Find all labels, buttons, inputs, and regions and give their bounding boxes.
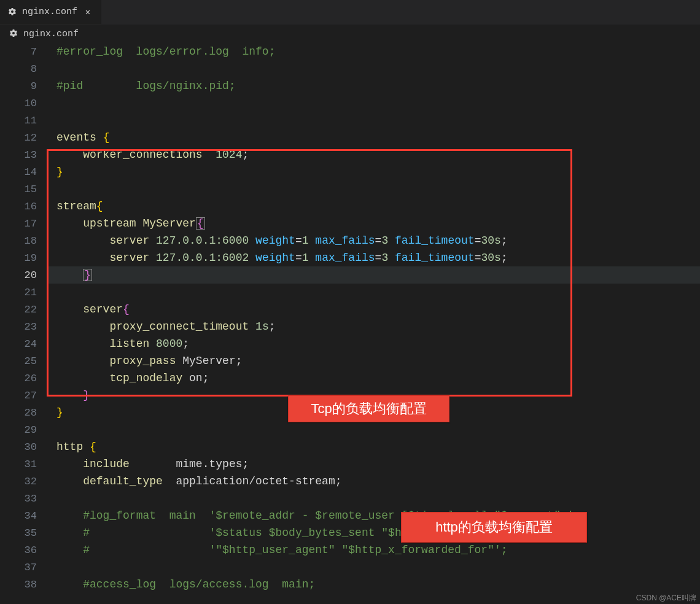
line-number: 9 [0, 77, 37, 95]
code-line [48, 490, 700, 507]
code-line: tcp_nodelay on; [48, 370, 700, 387]
line-number: 29 [0, 421, 37, 438]
code-line [48, 284, 700, 301]
code-line: server 127.0.0.1:6000 weight=1 max_fails… [48, 232, 700, 249]
code-line [48, 559, 700, 576]
code-line: include mime.types; [48, 455, 700, 473]
line-number: 17 [0, 215, 37, 232]
code-line: #error_log logs/error.log info; [48, 43, 700, 60]
line-number: 34 [0, 507, 37, 524]
editor[interactable]: 7891011121314151617181920212223242526272… [0, 43, 700, 604]
code-line [48, 421, 700, 438]
code-line: listen 8000; [48, 335, 700, 352]
line-number: 24 [0, 335, 37, 352]
callout-http: http的负载均衡配置 [401, 512, 587, 543]
tab-bar: nginx.conf ✕ [0, 0, 700, 25]
code-line: #pid logs/nginx.pid; [48, 77, 700, 95]
code-line [48, 60, 700, 77]
code-line: worker_connections 1024; [48, 146, 700, 163]
close-icon[interactable]: ✕ [82, 7, 93, 18]
line-number: 32 [0, 473, 37, 490]
callout-tcp: Tcp的负载均衡配置 [288, 395, 449, 422]
tab-title: nginx.conf [22, 7, 77, 17]
line-number: 20 [0, 266, 37, 284]
code-line [48, 95, 700, 112]
line-number: 22 [0, 301, 37, 318]
tab-nginx-conf[interactable]: nginx.conf ✕ [0, 0, 101, 24]
line-number: 36 [0, 541, 37, 559]
code-line: # '$status $body_bytes_sent "$http_refer… [48, 524, 700, 541]
code-line: #log_format main '$remote_addr - $remote… [48, 507, 700, 524]
code-line: server 127.0.0.1:6002 weight=1 max_fails… [48, 249, 700, 266]
line-number: 30 [0, 438, 37, 455]
line-number: 18 [0, 232, 37, 249]
line-number: 21 [0, 284, 37, 301]
line-number: 26 [0, 370, 37, 387]
code-line: upstream MyServer{ [48, 215, 700, 232]
line-number: 8 [0, 60, 37, 77]
line-number: 7 [0, 43, 37, 60]
line-number: 37 [0, 559, 37, 576]
line-number: 35 [0, 524, 37, 541]
code-line: default_type application/octet-stream; [48, 473, 700, 490]
line-number: 31 [0, 455, 37, 473]
code-line: events { [48, 129, 700, 146]
line-number: 14 [0, 163, 37, 180]
code-line [48, 112, 700, 129]
line-number: 10 [0, 95, 37, 112]
line-number-gutter: 7891011121314151617181920212223242526272… [0, 43, 48, 604]
watermark: CSDN @ACE叫牌 [636, 594, 696, 602]
line-number: 11 [0, 112, 37, 129]
code-line [48, 180, 700, 198]
code-line: # '"$http_user_agent" "$http_x_forwarded… [48, 541, 700, 559]
breadcrumb-file: nginx.conf [23, 29, 79, 39]
breadcrumb[interactable]: nginx.conf [0, 25, 700, 43]
code-line: proxy_connect_timeout 1s; [48, 318, 700, 335]
line-number: 15 [0, 180, 37, 198]
code-line: } [48, 266, 700, 284]
line-number: 33 [0, 490, 37, 507]
code-line: server{ [48, 301, 700, 318]
line-number: 27 [0, 387, 37, 404]
code-line: #access_log logs/access.log main; [48, 576, 700, 593]
line-number: 12 [0, 129, 37, 146]
code-line: proxy_pass MyServer; [48, 352, 700, 370]
line-number: 28 [0, 404, 37, 421]
code-area[interactable]: #error_log logs/error.log info;#pid logs… [48, 43, 700, 604]
code-line: stream{ [48, 198, 700, 215]
code-line: } [48, 163, 700, 180]
line-number: 25 [0, 352, 37, 370]
gear-icon [7, 7, 17, 17]
line-number: 38 [0, 576, 37, 593]
line-number: 16 [0, 198, 37, 215]
line-number: 13 [0, 146, 37, 163]
gear-icon [9, 29, 18, 39]
line-number: 23 [0, 318, 37, 335]
code-line: http { [48, 438, 700, 455]
line-number: 19 [0, 249, 37, 266]
